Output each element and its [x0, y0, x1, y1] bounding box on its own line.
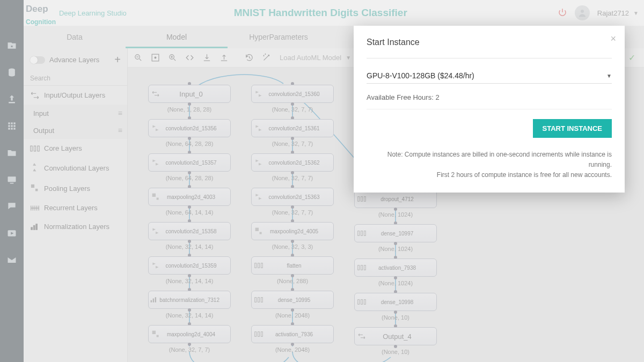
- instance-select[interactable]: GPU-8-V100-128GB ($24.48/hr) ▼: [367, 68, 612, 84]
- start-instance-modal: × Start Instance GPU-8-V100-128GB ($24.4…: [354, 26, 625, 193]
- start-instance-button[interactable]: START INSTANCE: [533, 119, 612, 138]
- chevron-down-icon: ▼: [606, 73, 612, 79]
- free-hours-label: Available Free Hours: 2: [367, 93, 612, 109]
- close-icon[interactable]: ×: [610, 33, 616, 45]
- billing-note: Note: Compute instances are billed in on…: [367, 138, 612, 181]
- selected-instance: GPU-8-V100-128GB ($24.48/hr): [367, 71, 474, 80]
- modal-title: Start Instance: [367, 38, 612, 47]
